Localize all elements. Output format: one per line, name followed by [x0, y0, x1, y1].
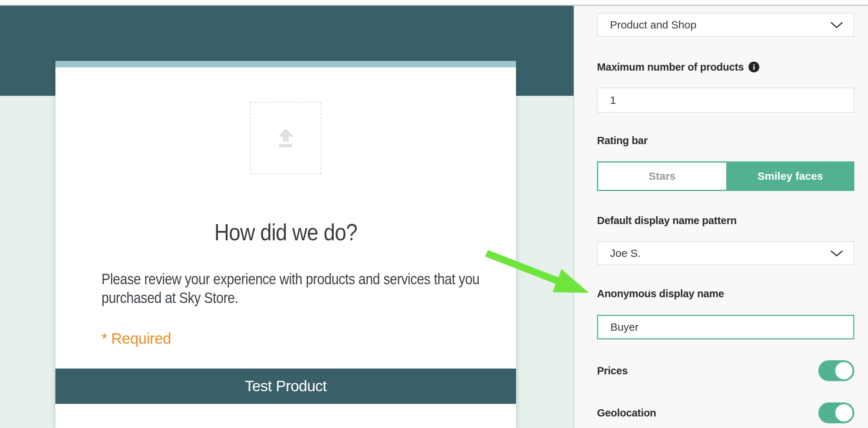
widget-description: Please review your experience with produ…	[101, 270, 499, 307]
geolocation-label: Geolocation	[597, 407, 656, 419]
prices-row: Prices	[597, 360, 854, 381]
card-accent-strip	[55, 61, 516, 67]
review-type-select[interactable]: Product and Shop	[597, 13, 854, 37]
chevron-down-icon	[831, 22, 843, 28]
prices-label: Prices	[597, 365, 628, 377]
display-name-pattern-value: Joe S.	[610, 247, 641, 259]
anonymous-display-name-label: Anonymous display name	[597, 286, 854, 302]
toggle-knob	[835, 404, 853, 422]
chevron-down-icon	[831, 250, 843, 257]
review-widget-card: How did we do? Please review your experi…	[55, 61, 516, 428]
info-icon[interactable]	[749, 62, 759, 72]
rating-option-stars[interactable]: Stars	[598, 162, 726, 190]
settings-panel: Product and Shop Maximum number of produ…	[574, 6, 868, 428]
product-bar: Test Product	[55, 369, 516, 404]
rating-bar-segmented-control: Stars Smiley faces	[597, 161, 854, 191]
upload-dropzone[interactable]	[250, 102, 321, 174]
required-note: * Required	[101, 330, 171, 347]
rating-bar-label: Rating bar	[597, 133, 854, 148]
widget-heading: How did we do?	[78, 218, 493, 247]
toggle-knob	[835, 362, 853, 379]
anonymous-display-name-input[interactable]	[597, 315, 854, 339]
top-strip	[0, 0, 868, 5]
max-products-label: Maximum number of products	[597, 59, 854, 75]
upload-icon	[277, 128, 294, 148]
rating-option-smiley-faces[interactable]: Smiley faces	[726, 161, 854, 191]
max-products-input[interactable]	[597, 88, 854, 113]
display-name-pattern-select[interactable]: Joe S.	[597, 241, 854, 265]
prices-toggle[interactable]	[818, 360, 854, 381]
geolocation-toggle[interactable]	[818, 402, 854, 423]
review-type-select-value: Product and Shop	[610, 19, 696, 31]
screen: How did we do? Please review your experi…	[0, 0, 868, 428]
widget-preview-pane: How did we do? Please review your experi…	[0, 6, 574, 428]
geolocation-row: Geolocation	[597, 402, 854, 423]
display-name-pattern-label: Default display name pattern	[597, 213, 854, 228]
